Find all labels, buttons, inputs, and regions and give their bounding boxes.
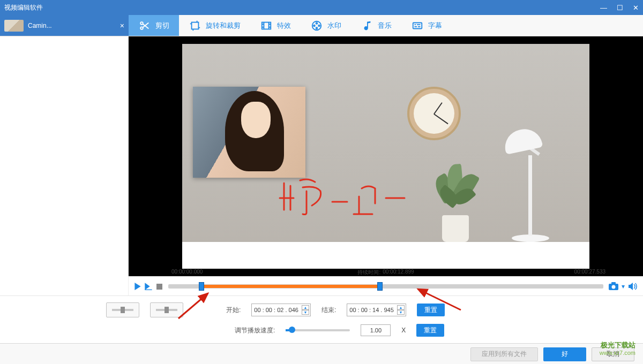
tool-rotate-label: 旋转和裁剪 [206,21,241,31]
tool-watermark-label: 水印 [327,21,341,31]
svg-point-8 [313,25,315,26]
timeline-track[interactable] [168,284,603,289]
window-controls: — ☐ ✕ [600,4,639,12]
svg-point-1 [140,27,143,29]
svg-rect-3 [262,22,271,29]
svg-rect-9 [413,22,422,28]
tool-rotate[interactable]: 旋转和裁剪 [179,15,250,36]
desk-lamp [493,113,568,242]
tool-cut-label: 剪切 [155,21,169,31]
minimize-button[interactable]: — [600,4,607,12]
svg-rect-13 [611,282,616,284]
main-area: Camin 00:00:00.000 持续时间: 00:00:12.899 00… [0,36,643,295]
app-title: 视频编辑软件 [4,3,600,12]
timeline-end-label: 00:00:27.533 [574,269,605,275]
speed-value-input[interactable]: 1.00 [361,324,391,336]
filmstrip-icon [260,19,273,32]
sidebar [0,36,129,295]
timeline-start-label: 00:00:00.000 [171,269,203,275]
tool-cut[interactable]: 剪切 [129,15,179,36]
music-note-icon [361,19,373,32]
file-tab[interactable]: Camin... × [0,15,129,36]
trim-end-input[interactable]: 00 : 00 : 14 . 945 ▲▼ [347,304,406,316]
scissors-icon [138,19,151,32]
tool-effect[interactable]: 特效 [250,15,301,36]
portrait-overlay [193,87,305,178]
bottom-bar: 应用到所有文件 好 取消 [0,343,643,364]
speed-label: 调节播放速度: [235,326,275,335]
wall-clock [407,87,461,140]
mark-in-button[interactable] [106,302,139,317]
handwritten-text [279,172,429,221]
video-stage: Camin [129,36,643,276]
svg-point-6 [318,25,320,26]
reel-icon [310,19,323,32]
spin-down-icon[interactable]: ▼ [397,310,405,315]
tool-watermark[interactable]: 水印 [301,15,351,36]
trim-handle-end[interactable] [377,282,383,291]
subtitle-icon [411,19,424,32]
video-brand-mark: Camin [557,256,583,264]
video-frame: Camin [182,44,589,269]
cancel-button[interactable]: 取消 [592,347,634,361]
svg-point-0 [140,22,143,25]
titlebar: 视频编辑软件 — ☐ ✕ [0,0,643,15]
svg-rect-15 [121,307,125,313]
tool-music[interactable]: 音乐 [351,15,401,36]
volume-button[interactable] [627,280,639,292]
speed-slider[interactable] [286,329,350,331]
tool-subtitle[interactable]: 字幕 [401,15,452,36]
timeline-duration: 持续时间: 00:00:12.899 [357,269,414,276]
trim-handle-start[interactable] [199,282,204,291]
mark-out-button[interactable] [150,302,183,317]
tool-buttons: 剪切 旋转和裁剪 特效 水印 音乐 字幕 [129,15,643,36]
timeline: ▾ [129,277,643,295]
svg-point-7 [316,27,318,29]
plant [429,162,482,242]
tool-subtitle-label: 字幕 [428,21,442,31]
svg-rect-17 [165,307,169,313]
trim-end-label: 结束: [322,306,336,315]
ok-button[interactable]: 好 [543,347,586,361]
tab-close-icon[interactable]: × [120,21,124,30]
svg-rect-2 [192,22,199,29]
speed-reset-button[interactable]: 重置 [416,324,444,337]
spin-up-icon[interactable]: ▲ [302,305,309,310]
play-export-button[interactable] [144,282,153,291]
tab-label: Camin... [28,22,116,29]
play-button[interactable] [133,282,143,291]
trim-reset-button[interactable]: 重置 [417,304,445,316]
crop-icon [189,19,201,32]
svg-point-12 [612,285,616,289]
close-button[interactable]: ✕ [633,4,639,12]
speed-slider-handle[interactable] [289,327,295,333]
preview-area: Camin 00:00:00.000 持续时间: 00:00:12.899 00… [129,36,643,295]
spin-up-icon[interactable]: ▲ [397,305,405,310]
trim-start-label: 开始: [226,306,241,315]
svg-rect-10 [156,284,162,290]
tool-music-label: 音乐 [378,21,392,31]
stop-button[interactable] [154,282,164,291]
svg-point-5 [316,22,318,24]
tool-effect-label: 特效 [277,21,291,31]
tab-thumbnail [4,20,24,32]
toolbar: Camin... × 剪切 旋转和裁剪 特效 水印 音乐 字幕 [0,15,643,36]
controls-panel: 开始: 00 : 00 : 02 . 046 ▲▼ 结束: 00 : 00 : … [0,295,643,343]
timeline-selection [199,285,377,288]
maximize-button[interactable]: ☐ [617,4,623,12]
trim-start-input[interactable]: 00 : 00 : 02 . 046 ▲▼ [251,304,311,316]
speed-suffix: X [401,327,406,334]
spin-down-icon[interactable]: ▼ [302,310,309,315]
apply-all-button[interactable]: 应用到所有文件 [470,347,538,361]
snapshot-button[interactable] [608,280,619,292]
